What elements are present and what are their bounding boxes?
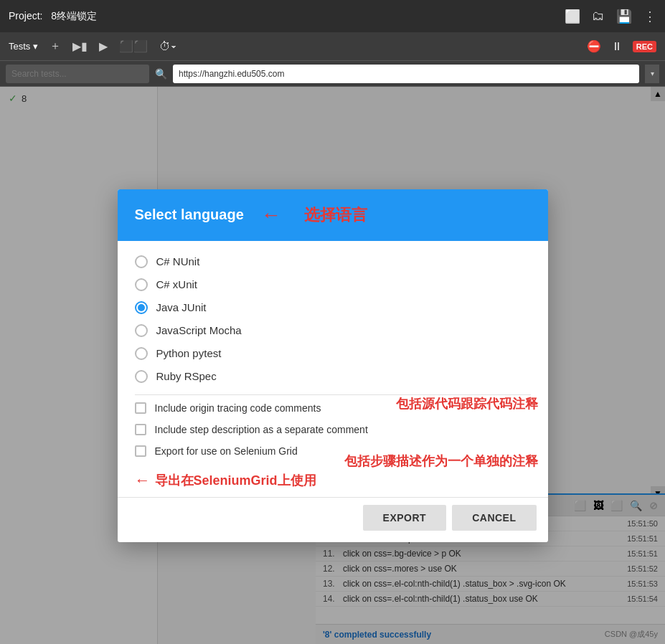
checkbox-box-include_step bbox=[135, 424, 146, 435]
annotation-arrow-selenium: ← bbox=[135, 471, 151, 490]
modal-title: Select language bbox=[135, 207, 244, 223]
save-icon[interactable]: 💾 bbox=[616, 9, 632, 24]
radio-circle-javascript_mocha bbox=[135, 324, 148, 337]
folder-icon[interactable]: 🗂 bbox=[592, 9, 605, 24]
modal-title-annotation: 选择语言 bbox=[304, 204, 367, 226]
radio-label-javascript_mocha: JavaScript Mocha bbox=[156, 324, 242, 336]
add-test-button[interactable]: ＋ bbox=[49, 39, 61, 54]
radio-option-python_pytest[interactable]: Python pytest bbox=[135, 347, 531, 360]
main-area: ✓ 8 ▲ ▼ Log Ref ⬜ 🖼 ⬜ 🔍 ⊘ 9.click on css… bbox=[0, 87, 665, 644]
second-bar: Tests ▾ ＋ ▶▮ ▶ ⬛⬛ ⏱▾ ⛔ ⏸ REC bbox=[0, 32, 665, 61]
new-window-icon[interactable]: ⬜ bbox=[565, 9, 580, 24]
rec-badge: REC bbox=[633, 41, 656, 52]
checkbox-section: Include origin tracing code commentsIncl… bbox=[135, 402, 531, 457]
radio-label-csharp_xunit: C# xUnit bbox=[156, 278, 198, 290]
modal-body: C# NUnitC# xUnitJava JUnitJavaScript Moc… bbox=[118, 241, 548, 497]
radio-label-python_pytest: Python pytest bbox=[156, 347, 222, 359]
annotation-step: 包括步骤描述作为一个单独的注释 bbox=[344, 431, 538, 470]
debug-button[interactable]: ⬛⬛ bbox=[119, 39, 148, 53]
language-radio-group: C# NUnitC# xUnitJava JUnitJavaScript Moc… bbox=[135, 255, 531, 383]
radio-option-javascript_mocha[interactable]: JavaScript Mocha bbox=[135, 324, 531, 337]
cancel-button[interactable]: CANCEL bbox=[452, 505, 536, 531]
radio-label-ruby_rspec: Ruby RSpec bbox=[156, 370, 217, 382]
checkbox-label-export_selenium: Export for use on Selenium Grid bbox=[155, 445, 298, 457]
top-bar-icons: ⬜ 🗂 💾 ⋮ bbox=[565, 9, 656, 24]
modal-header: Select language ← 选择语言 bbox=[118, 189, 548, 241]
modal-overlay: Select language ← 选择语言 C# NUnitC# xUnitJ… bbox=[0, 87, 665, 644]
tests-button[interactable]: Tests ▾ bbox=[9, 41, 38, 52]
annotation-step-text: 包括步骤描述作为一个单独的注释 bbox=[344, 431, 538, 470]
radio-label-java_junit: Java JUnit bbox=[156, 301, 207, 313]
annotation-selenium: ← 导出在SeleniumGrid上使用 bbox=[135, 471, 531, 490]
search-input[interactable] bbox=[6, 65, 149, 83]
url-dropdown-button[interactable]: ▾ bbox=[645, 65, 659, 83]
more-icon[interactable]: ⋮ bbox=[643, 9, 656, 24]
radio-option-csharp_xunit[interactable]: C# xUnit bbox=[135, 278, 531, 291]
right-controls: ⛔ ⏸ REC bbox=[587, 39, 656, 53]
annotation-arrow-1: ← bbox=[261, 204, 281, 227]
url-bar: 🔍 https://hangzhi.edu505.com ▾ bbox=[0, 61, 665, 87]
run-all-button[interactable]: ▶▮ bbox=[72, 39, 88, 53]
checkbox-box-export_selenium bbox=[135, 445, 146, 457]
run-button[interactable]: ▶ bbox=[99, 39, 108, 53]
radio-option-ruby_rspec[interactable]: Ruby RSpec bbox=[135, 370, 531, 383]
radio-option-csharp_nunit[interactable]: C# NUnit bbox=[135, 255, 531, 268]
project-title: Project: 8终端锁定 bbox=[9, 10, 565, 23]
annotation-selenium-text: 导出在SeleniumGrid上使用 bbox=[155, 472, 316, 489]
search-icon: 🔍 bbox=[155, 68, 167, 80]
checkbox-label-include_step: Include step description as a separate c… bbox=[155, 424, 368, 435]
top-bar: Project: 8终端锁定 ⬜ 🗂 💾 ⋮ bbox=[0, 0, 665, 32]
checkbox-box-include_origin bbox=[135, 402, 146, 414]
select-language-modal: Select language ← 选择语言 C# NUnitC# xUnitJ… bbox=[118, 189, 548, 542]
radio-circle-python_pytest bbox=[135, 347, 148, 360]
flag-button[interactable]: ⛔ bbox=[587, 39, 601, 53]
schedule-button[interactable]: ⏱▾ bbox=[159, 40, 176, 53]
radio-circle-java_junit bbox=[135, 301, 148, 314]
annotation-origin: 包括源代码跟踪代码注释 bbox=[396, 395, 538, 412]
radio-circle-csharp_xunit bbox=[135, 278, 148, 291]
pause-button[interactable]: ⏸ bbox=[611, 40, 623, 53]
radio-option-java_junit[interactable]: Java JUnit bbox=[135, 301, 531, 314]
radio-circle-csharp_nunit bbox=[135, 255, 148, 268]
url-display: https://hangzhi.edu505.com bbox=[173, 65, 639, 83]
radio-circle-ruby_rspec bbox=[135, 370, 148, 383]
modal-footer: EXPORT CANCEL bbox=[118, 497, 548, 542]
export-button[interactable]: EXPORT bbox=[363, 505, 447, 531]
checkbox-label-include_origin: Include origin tracing code comments bbox=[155, 402, 321, 414]
radio-label-csharp_nunit: C# NUnit bbox=[156, 255, 200, 267]
annotation-origin-text: 包括源代码跟踪代码注释 bbox=[396, 395, 538, 412]
